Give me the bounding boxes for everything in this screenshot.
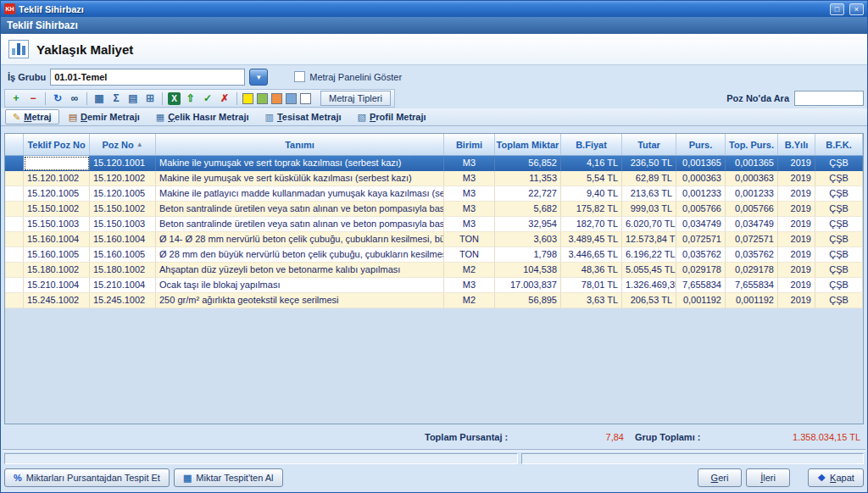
grid-view-icon[interactable]: ▤: [125, 91, 141, 106]
column-header-9[interactable]: B.Yılı: [778, 134, 815, 155]
cell: 4,16 TL: [561, 156, 622, 171]
cell: 15.120.1005: [90, 186, 156, 202]
blue-color-filter[interactable]: [286, 93, 297, 104]
geri-button[interactable]: Geri: [698, 468, 742, 487]
cell: M3: [444, 186, 495, 202]
tab-demir-metraji[interactable]: ▤Demir Metrajı: [62, 109, 147, 125]
cell: 213,63 TL: [622, 186, 676, 202]
cell: 15.150.1003: [24, 217, 90, 232]
column-header-8[interactable]: Top. Purs.: [726, 134, 778, 155]
column-header-3[interactable]: Birimi: [444, 134, 495, 155]
table-row[interactable]: 15.120.100115.120.1001Makine ile yumuşak…: [5, 156, 863, 171]
column-header-6[interactable]: Tutar: [622, 134, 676, 155]
cell: 0,029178: [676, 263, 726, 278]
orange-color-filter[interactable]: [271, 93, 282, 104]
metraj-tipleri-button[interactable]: Metraj Tipleri: [320, 91, 391, 106]
cell: M3: [444, 202, 495, 217]
table-row[interactable]: 15.245.100215.245.1002250 gr/m² ağırlıkt…: [5, 293, 863, 308]
cell: 17.003,837: [495, 278, 561, 293]
sum-icon[interactable]: Σ: [108, 91, 124, 106]
export-excel-icon[interactable]: X: [168, 92, 181, 105]
toolbar-row: +−↻∞▦Σ▤⊞X⇧✓✗Metraj Tipleri Poz No'da Ara: [1, 88, 867, 108]
yellow-color-filter[interactable]: [242, 93, 253, 104]
metraj-panel-checkbox[interactable]: [294, 71, 305, 82]
grid-rows: 15.120.100115.120.1001Makine ile yumuşak…: [5, 156, 863, 424]
cell: 2019: [778, 171, 815, 186]
cell: 182,70 TL: [561, 217, 622, 232]
table-row[interactable]: 15.180.100215.180.1002Ahşaptan düz yüzey…: [5, 263, 863, 278]
column-header-4[interactable]: Toplam Miktar: [495, 134, 561, 155]
tab-profil-metraji[interactable]: ▧Profil Metrajı: [351, 109, 433, 125]
table-row[interactable]: 15.120.100515.120.1005Makine ile patlayı…: [5, 186, 863, 202]
combo-dropdown-icon[interactable]: ▾: [249, 69, 268, 86]
green-color-filter[interactable]: [257, 93, 268, 104]
print-icon[interactable]: ⊞: [142, 91, 158, 106]
tab-celik-hasir-metraji[interactable]: ▦Çelik Hasır Metrajı: [149, 109, 256, 125]
cancel-icon[interactable]: ✗: [217, 91, 232, 106]
table-row[interactable]: 15.150.100215.150.1002Beton santralinde …: [5, 202, 863, 217]
is-grubu-label: İş Grubu: [8, 72, 46, 82]
refresh-icon[interactable]: ↻: [50, 91, 65, 106]
cell: ÇŞB: [815, 232, 863, 247]
column-header-1[interactable]: Poz No▲: [90, 134, 156, 155]
delete-icon[interactable]: −: [25, 91, 41, 106]
demir-metraji-icon: ▤: [69, 113, 77, 122]
row-selector: [5, 171, 24, 186]
button-label: Kapat: [830, 473, 854, 483]
cell: 15.120.1001: [90, 156, 156, 171]
cell: 0,000363: [676, 171, 726, 186]
add-icon[interactable]: +: [8, 91, 24, 106]
cell: 15.120.1002: [24, 171, 90, 186]
column-header-0[interactable]: Teklif Poz No: [24, 134, 90, 155]
cell: 2019: [778, 186, 815, 202]
column-header-2[interactable]: Tanımı: [156, 134, 444, 155]
close-icon[interactable]: ×: [849, 3, 864, 15]
tab-metraj[interactable]: ✎Metraj: [5, 109, 59, 125]
row-selector: [5, 278, 24, 293]
cell: 15.120.1002: [90, 171, 156, 186]
maximize-icon[interactable]: □: [830, 3, 844, 15]
table-row[interactable]: 15.160.100515.160.1005Ø 28 mm den büyük …: [5, 247, 863, 263]
table-row[interactable]: 15.160.100415.160.1004Ø 14- Ø 28 mm nerv…: [5, 232, 863, 247]
cell: 15.210.1004: [24, 278, 90, 293]
cell: 15.120.1001: [24, 156, 90, 171]
cell: 5,54 TL: [561, 171, 622, 186]
kapat-button[interactable]: ❖ Kapat: [808, 468, 864, 487]
column-header-5[interactable]: B.Fiyat: [561, 134, 622, 155]
toolbar-separator: [86, 92, 87, 105]
column-header-10[interactable]: B.F.K.: [815, 134, 863, 155]
table-row[interactable]: 15.150.100315.150.1003Beton santralinde …: [5, 217, 863, 232]
miktarlari-pursantajdan-tespit-et-button[interactable]: % Miktarları Pursantajdan Tespit Et: [4, 468, 170, 487]
cell: Beton santralinde üretilen veya satın al…: [156, 202, 444, 217]
cell: 175,82 TL: [561, 202, 622, 217]
cell: 236,50 TL: [622, 156, 676, 171]
cell: Ø 14- Ø 28 mm nervürlü beton çelik çubuğ…: [156, 232, 444, 247]
cell: 3.446,65 TL: [561, 247, 622, 263]
cell: 0,001192: [726, 293, 778, 308]
table-row[interactable]: 15.120.100215.120.1002Makine ile yumuşak…: [5, 171, 863, 186]
tab-label: Tesisat Metrajı: [277, 112, 342, 122]
row-selector: [5, 186, 24, 202]
import-icon[interactable]: ⇧: [183, 91, 198, 106]
cell: 56,895: [495, 293, 561, 308]
tab-label: Demir Metrajı: [81, 112, 140, 122]
cell: 0,005766: [676, 202, 726, 217]
row-selector: [5, 293, 24, 308]
white-color-filter[interactable]: [300, 93, 311, 104]
column-header-7[interactable]: Purs.: [676, 134, 726, 155]
cell: Ø 28 mm den büyük nervürlü beton çelik ç…: [156, 247, 444, 263]
is-grubu-combo[interactable]: 01.01-Temel: [50, 69, 245, 86]
table-row[interactable]: 15.210.100415.210.1004Ocak taşı ile blok…: [5, 278, 863, 293]
ileri-button[interactable]: İleri: [746, 468, 790, 487]
cell: Makine ile yumuşak ve sert küskülük kazı…: [156, 171, 444, 186]
find-binoculars-icon[interactable]: ∞: [67, 91, 82, 106]
tesisat-metraji-icon: ▥: [265, 113, 274, 122]
cell: 3,63 TL: [561, 293, 622, 308]
cell: 78,01 TL: [561, 278, 622, 293]
apply-icon[interactable]: ✓: [200, 91, 215, 106]
window-title: Teklif Sihirbazı: [19, 4, 825, 14]
miktar-tespitten-al-button[interactable]: ▦ Miktar Tespit'ten Al: [174, 468, 283, 487]
poz-no-search-input[interactable]: [794, 91, 864, 106]
tab-tesisat-metraji[interactable]: ▥Tesisat Metrajı: [259, 109, 348, 125]
column-chooser-icon[interactable]: ▦: [92, 91, 107, 106]
